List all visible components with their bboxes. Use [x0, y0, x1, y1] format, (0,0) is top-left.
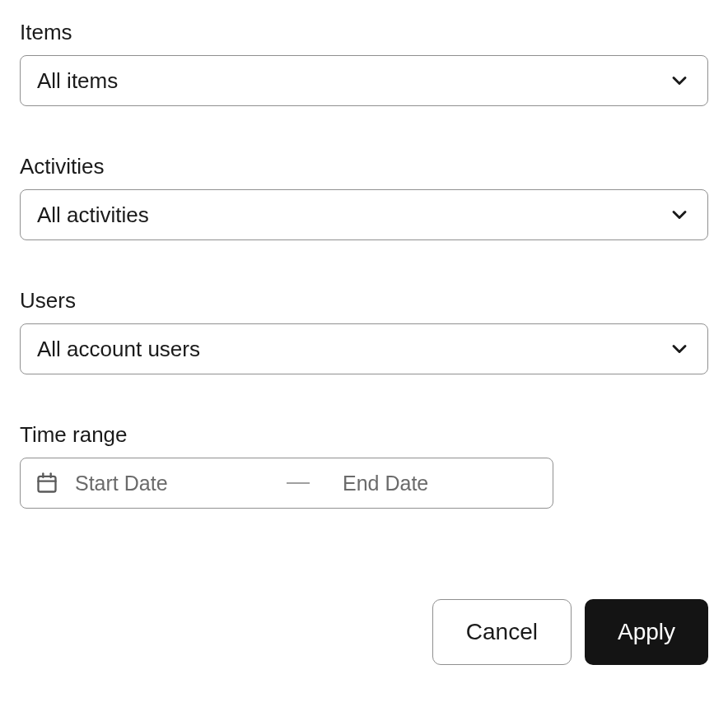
users-select[interactable]: All account users: [20, 323, 708, 374]
activities-field: Activities All activities: [20, 154, 708, 240]
chevron-down-icon: [668, 69, 691, 92]
date-range-input[interactable]: Start Date End Date: [20, 458, 553, 509]
users-field: Users All account users: [20, 288, 708, 374]
end-date-placeholder: End Date: [343, 472, 428, 495]
users-label: Users: [20, 288, 708, 314]
cancel-button[interactable]: Cancel: [432, 599, 572, 665]
users-select-value: All account users: [37, 337, 200, 362]
chevron-down-icon: [668, 337, 691, 360]
activities-label: Activities: [20, 154, 708, 179]
items-select-value: All items: [37, 68, 118, 94]
items-field: Items All items: [20, 20, 708, 106]
calendar-icon: [35, 472, 58, 495]
activities-select[interactable]: All activities: [20, 189, 708, 240]
button-row: Cancel Apply: [20, 599, 708, 665]
items-label: Items: [20, 20, 708, 45]
time-range-field: Time range Start Date End Date: [20, 422, 708, 509]
svg-rect-0: [39, 477, 56, 492]
chevron-down-icon: [668, 203, 691, 226]
time-range-label: Time range: [20, 422, 708, 448]
items-select[interactable]: All items: [20, 55, 708, 106]
date-range-separator: [287, 482, 310, 484]
start-date-placeholder: Start Date: [75, 472, 270, 495]
activities-select-value: All activities: [37, 202, 149, 228]
apply-button[interactable]: Apply: [585, 599, 708, 665]
